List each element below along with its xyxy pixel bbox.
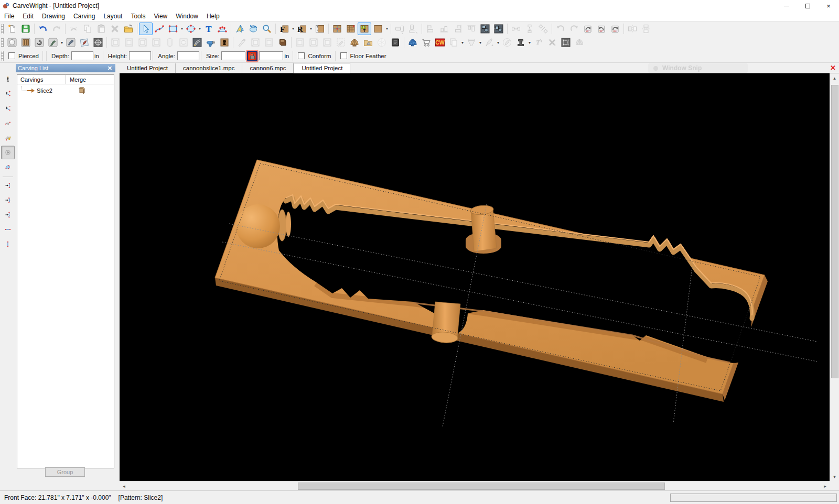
insert-arc-segment-tool[interactable] — [1, 193, 15, 207]
menu-tools[interactable]: Tools — [126, 13, 149, 20]
pattern-stamp-tool[interactable] — [78, 36, 91, 49]
center-on-board-h-button[interactable] — [478, 23, 492, 35]
bevel-tool-2[interactable] — [122, 36, 136, 49]
panel-close-icon[interactable]: ✕ — [106, 65, 113, 72]
menu-help[interactable]: Help — [202, 13, 224, 20]
document-tab-1[interactable]: cannonbslice1.mpc — [176, 63, 242, 74]
scroll-down-icon[interactable]: ▾ — [830, 472, 839, 481]
disc-profile-tool[interactable] — [1, 146, 15, 159]
align-top-button[interactable] — [465, 23, 478, 35]
rotate-text-tool[interactable]: T — [532, 36, 545, 49]
remove-point-tool[interactable] — [1, 102, 15, 115]
3d-canvas[interactable] — [120, 73, 830, 481]
bevel-tool-9[interactable] — [320, 36, 334, 49]
size-lock-button[interactable] — [247, 51, 257, 61]
rosette-tool[interactable] — [375, 36, 389, 49]
undo-button[interactable] — [36, 23, 50, 35]
align-right-button[interactable] — [451, 23, 465, 35]
menu-edit[interactable]: Edit — [18, 13, 38, 20]
front-board-button[interactable]: F — [277, 23, 291, 35]
rotate-90-cw-button[interactable]: 90° — [595, 23, 608, 35]
snap-to-grid-button[interactable] — [330, 23, 344, 35]
bevel-tool-4[interactable] — [149, 36, 163, 49]
front-board-button-dropdown-icon[interactable]: ▾ — [291, 26, 295, 31]
copy-pattern-button-dropdown-icon[interactable]: ▾ — [460, 40, 465, 45]
align-left-button[interactable] — [424, 23, 437, 35]
carvewright-home-button[interactable]: CW — [433, 36, 447, 49]
feather-tool[interactable] — [482, 36, 496, 49]
menu-file[interactable]: File — [0, 13, 18, 20]
select-region-tool[interactable] — [334, 36, 348, 49]
bevel-tool-8[interactable] — [307, 36, 320, 49]
stamp-pattern-tool[interactable] — [348, 36, 361, 49]
merge-cell-icon[interactable] — [78, 86, 86, 95]
inlay-tool[interactable] — [177, 36, 190, 49]
rectangle-tool[interactable] — [166, 23, 180, 35]
bevel-tool-3[interactable] — [136, 36, 149, 49]
dark-pattern-book-button[interactable] — [389, 36, 402, 49]
3d-board-render[interactable] — [120, 73, 830, 481]
feather-tool-dropdown-icon[interactable]: ▾ — [496, 40, 500, 45]
document-tab-3[interactable]: Untitled Project — [294, 63, 350, 73]
menu-window[interactable]: Window — [171, 13, 202, 20]
align-bottom-button[interactable] — [437, 23, 451, 35]
carve-point-tool[interactable] — [1, 72, 15, 86]
vertical-scrollbar[interactable]: ▴ ▾ — [830, 73, 839, 481]
profile-sweep-tool[interactable] — [64, 36, 78, 49]
pattern-store-button[interactable] — [420, 36, 433, 49]
board-dimensions-button[interactable] — [313, 23, 327, 35]
insert-line-segment-tool[interactable] — [1, 179, 15, 192]
toolbar-drag-handle[interactable] — [1, 24, 4, 34]
paste-button[interactable] — [94, 23, 108, 35]
size-width-input[interactable] — [221, 51, 245, 60]
close-region-tool[interactable] — [1, 160, 15, 174]
floor-feather-checkbox[interactable] — [340, 52, 347, 59]
rotate-view-tool[interactable] — [246, 23, 260, 35]
scroll-left-icon[interactable]: ◂ — [120, 481, 128, 490]
menu-drawing[interactable]: Drawing — [38, 13, 69, 20]
menu-view[interactable]: View — [149, 13, 171, 20]
tslot-tool-dropdown-icon[interactable]: ▾ — [528, 40, 532, 45]
center-vertically-button[interactable]: y — [393, 23, 406, 35]
shell-pattern-button[interactable] — [406, 36, 420, 49]
shell-outline-tool[interactable] — [573, 36, 586, 49]
minimize-button[interactable] — [776, 0, 797, 12]
group-button[interactable]: Group — [45, 467, 85, 477]
vertical-line-tool[interactable] — [1, 237, 15, 251]
drill-tool[interactable] — [204, 36, 218, 49]
rear-board-button-dropdown-icon[interactable]: ▾ — [309, 26, 313, 31]
edit-curve-tool[interactable] — [1, 116, 15, 130]
scale-one-button[interactable]: 1.0 — [358, 23, 371, 35]
document-tab-2[interactable]: cannon6.mpc — [242, 63, 294, 74]
height-input[interactable] — [129, 51, 151, 60]
carving-list-item-slice2[interactable]: Slice2 — [17, 86, 114, 95]
cut-segment-tool[interactable] — [1, 131, 15, 145]
angle-input[interactable] — [177, 51, 199, 60]
cut-button[interactable]: ✂ — [67, 23, 81, 35]
document-tab-0[interactable]: Untitled Project — [120, 63, 176, 74]
vertical-scroll-thumb[interactable] — [831, 85, 838, 378]
carving-list-titlebar[interactable]: Carving List ✕ — [16, 64, 115, 72]
horizontal-scrollbar[interactable]: ◂ ▸ — [120, 481, 830, 490]
carve-region-tool[interactable] — [5, 36, 19, 49]
pan-tool[interactable] — [233, 23, 246, 35]
node-edit-tool[interactable] — [153, 23, 166, 35]
pattern-library-button[interactable] — [361, 36, 375, 49]
centerline-tool[interactable] — [91, 36, 105, 49]
ellipse-tool-dropdown-icon[interactable]: ▾ — [198, 26, 202, 31]
rotate-cw-button[interactable] — [567, 23, 581, 35]
redo-button[interactable] — [50, 23, 63, 35]
arc-tool[interactable] — [216, 23, 229, 35]
text-tool[interactable]: T — [202, 23, 216, 35]
insert-spline-segment-tool[interactable] — [1, 208, 15, 222]
bevel-tool-6[interactable] — [262, 36, 276, 49]
new-file-button[interactable] — [5, 23, 19, 35]
maximize-button[interactable] — [797, 0, 818, 12]
texture-tool[interactable] — [190, 36, 204, 49]
ellipse-tool[interactable] — [184, 23, 198, 35]
rectangle-tool-dropdown-icon[interactable]: ▾ — [180, 26, 184, 31]
feather-region-tool[interactable] — [500, 36, 514, 49]
pierced-checkbox[interactable] — [8, 52, 15, 59]
distort-tool[interactable] — [559, 36, 573, 49]
space-horizontally-button[interactable] — [509, 23, 523, 35]
